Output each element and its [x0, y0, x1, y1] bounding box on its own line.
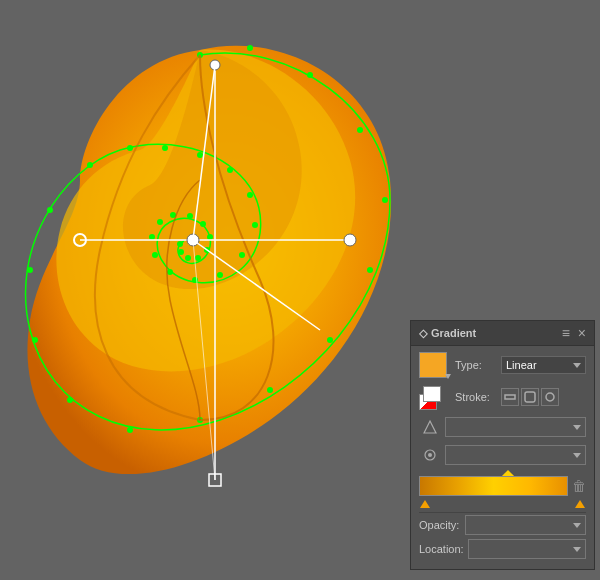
opacity-row: Opacity:: [419, 515, 586, 535]
svg-point-10: [67, 397, 73, 403]
location-row: Location:: [419, 539, 586, 559]
panel-menu-icon[interactable]: ≡: [562, 325, 570, 341]
svg-point-20: [252, 222, 258, 228]
svg-point-52: [428, 453, 432, 457]
type-dropdown[interactable]: Linear: [501, 356, 586, 374]
panel-header: ◇ Gradient ≡ ×: [411, 321, 594, 346]
svg-point-17: [197, 152, 203, 158]
svg-point-6: [327, 337, 333, 343]
gradient-diamond-icon: ◇: [419, 327, 427, 340]
svg-point-49: [546, 393, 554, 401]
stop-markers-row: [419, 496, 586, 508]
svg-point-15: [127, 145, 133, 151]
panel-close-icon[interactable]: ×: [578, 325, 586, 341]
svg-point-12: [27, 267, 33, 273]
svg-point-3: [357, 127, 363, 133]
svg-point-7: [267, 387, 273, 393]
trash-icon[interactable]: 🗑: [572, 478, 586, 494]
svg-point-31: [207, 234, 213, 240]
svg-point-30: [200, 221, 206, 227]
svg-point-16: [162, 145, 168, 151]
svg-point-22: [217, 272, 223, 278]
location-dropdown-arrow: [573, 547, 581, 552]
svg-point-35: [178, 249, 184, 255]
svg-point-26: [149, 234, 155, 240]
svg-point-34: [185, 255, 191, 261]
panel-header-controls: ≡ ×: [562, 325, 586, 341]
color-swatch-area: [419, 352, 447, 378]
svg-marker-50: [424, 421, 436, 433]
type-value: Linear: [506, 359, 537, 371]
stroke-swatch-area: [419, 384, 447, 410]
gradient-color-swatch[interactable]: [419, 352, 447, 378]
stroke-label: Stroke:: [455, 391, 497, 403]
gradient-panel: ◇ Gradient ≡ × Type: Linear: [410, 320, 595, 570]
svg-point-9: [127, 427, 133, 433]
gradient-stop-left[interactable]: [420, 500, 430, 508]
svg-point-14: [87, 162, 93, 168]
swatch-dropdown-arrow: [445, 374, 451, 380]
svg-point-1: [247, 45, 253, 51]
spiral-svg: [0, 0, 410, 580]
opacity-dropdown-arrow: [573, 523, 581, 528]
gradient-bar-row: 🗑: [419, 476, 586, 496]
opacity-label: Opacity:: [419, 519, 461, 531]
svg-point-27: [157, 219, 163, 225]
gradient-bar-wrapper: 🗑: [419, 476, 586, 508]
svg-point-21: [239, 252, 245, 258]
svg-point-33: [195, 255, 201, 261]
svg-point-29: [187, 213, 193, 219]
svg-point-13: [47, 207, 53, 213]
location-label: Location:: [419, 543, 464, 555]
svg-rect-47: [505, 395, 515, 399]
separator-1: [419, 512, 586, 513]
reverse-icon[interactable]: [419, 444, 441, 466]
panel-title-text: Gradient: [431, 327, 476, 339]
type-dropdown-arrow: [573, 363, 581, 368]
angle-dropdown-arrow: [573, 425, 581, 430]
stroke-icons-group: [501, 388, 559, 406]
gradient-track[interactable]: [419, 476, 568, 496]
svg-point-24: [167, 269, 173, 275]
opacity-select[interactable]: [465, 515, 586, 535]
svg-point-4: [382, 197, 388, 203]
svg-point-36: [177, 241, 183, 247]
reverse-row: [419, 444, 586, 466]
svg-point-18: [227, 167, 233, 173]
svg-point-19: [247, 192, 253, 198]
svg-point-43: [344, 234, 356, 246]
gradient-stop-right[interactable]: [575, 500, 585, 508]
angle-row: [419, 416, 586, 438]
type-row: Type: Linear: [419, 352, 586, 378]
stroke-icon-3[interactable]: [541, 388, 559, 406]
svg-point-5: [367, 267, 373, 273]
svg-point-25: [152, 252, 158, 258]
stroke-row: Stroke:: [419, 384, 586, 410]
stroke-icon-2[interactable]: [521, 388, 539, 406]
aspect-dropdown-arrow: [573, 453, 581, 458]
angle-select[interactable]: [445, 417, 586, 437]
angle-icon: [419, 416, 441, 438]
location-select[interactable]: [468, 539, 586, 559]
stroke-icon-1[interactable]: [501, 388, 519, 406]
panel-body: Type: Linear Stroke:: [411, 346, 594, 569]
svg-point-11: [32, 337, 38, 343]
svg-point-2: [307, 72, 313, 78]
panel-title-area: ◇ Gradient: [419, 327, 476, 340]
type-label: Type:: [455, 359, 497, 371]
svg-rect-48: [525, 392, 535, 402]
aspect-select[interactable]: [445, 445, 586, 465]
stroke-fg-swatch[interactable]: [423, 386, 441, 402]
